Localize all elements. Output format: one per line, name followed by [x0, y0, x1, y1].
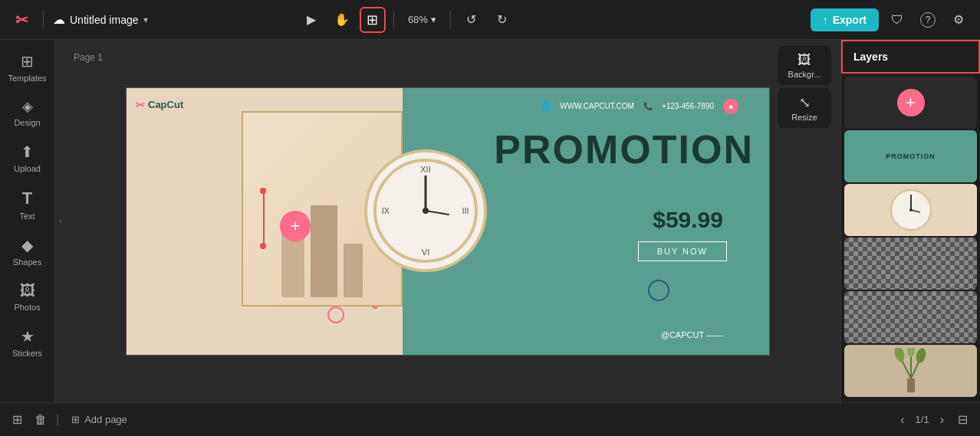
design-capcut-tag: @CAPCUT —— [661, 330, 723, 339]
zoom-value: 68% [408, 14, 428, 25]
design-add-btn[interactable]: + [280, 211, 311, 241]
layer-thumb-1: + [844, 77, 977, 129]
design-buy-btn: BUY NOW [638, 241, 727, 261]
sidebar-item-upload[interactable]: ⬆ Upload [3, 136, 52, 179]
doc-title-area[interactable]: ☁ Untitled image ▾ [53, 12, 148, 27]
sidebar-item-photos[interactable]: 🖼 Photos [3, 276, 52, 318]
layer-item-1[interactable]: + [844, 77, 977, 129]
design-logo-text: CapCut [148, 99, 183, 110]
layer-thumb-5 [844, 291, 977, 343]
svg-point-11 [909, 208, 913, 211]
sidebar-item-shapes[interactable]: ◆ Shapes [3, 230, 52, 273]
settings-icon: ⚙ [953, 12, 964, 27]
zoom-control[interactable]: 68% ▾ [402, 11, 442, 28]
zoom-dropdown-icon: ▾ [431, 14, 436, 25]
undo-btn[interactable]: ↺ [459, 7, 485, 33]
next-page-btn[interactable]: › [936, 411, 949, 428]
layers-list: + PROMOTION [841, 74, 980, 402]
design-price: $59.99 [653, 207, 723, 233]
stickers-icon: ★ [21, 327, 35, 346]
redo-btn[interactable]: ↻ [489, 7, 515, 33]
svg-point-16 [893, 348, 906, 362]
main-area: ⊞ Templates ◈ Design ⬆ Upload T Text ◆ S… [0, 40, 980, 402]
layer-item-5[interactable] [844, 291, 977, 343]
bottom-page-btn[interactable]: ⊞ [9, 409, 25, 430]
layer-thumb-2: PROMOTION [844, 130, 977, 182]
help-btn[interactable]: ? [916, 8, 940, 32]
canvas-area: Page 1 🖼 Backgr... ⤡ Resize ✂ CapCut [55, 40, 840, 402]
add-page-btn[interactable]: ⊞ Add page [65, 411, 133, 428]
settings-btn[interactable]: ⚙ [946, 8, 971, 32]
svg-text:XII: XII [420, 165, 430, 174]
sidebar-item-text[interactable]: T Text [3, 182, 52, 227]
bottom-separator: | [56, 413, 59, 427]
hand-tool-btn[interactable]: ✋ [329, 7, 355, 33]
resize-icon: ⤡ [799, 94, 811, 111]
social-icon: ● [723, 99, 738, 114]
frame-tool-btn[interactable]: ⊞ [360, 7, 386, 33]
photos-label: Photos [14, 303, 40, 312]
layer-item-3[interactable] [844, 184, 977, 236]
svg-text:III: III [462, 206, 469, 215]
bottom-trash-btn[interactable]: 🗑 [31, 410, 50, 430]
shield-icon: 🛡 [891, 13, 903, 27]
layer-thumb-6 [844, 345, 977, 397]
collapse-arrow-icon: ‹ [59, 217, 61, 225]
website-text: WWW.CAPCUT.COM [560, 102, 634, 110]
templates-label: Templates [8, 74, 46, 83]
shapes-label: Shapes [13, 257, 41, 267]
layer-item-4[interactable] [844, 238, 977, 290]
layers-panel: Layers + PROMOTION [840, 40, 980, 402]
svg-point-17 [914, 348, 927, 364]
layout-btn[interactable]: ⊟ [955, 409, 971, 430]
resize-handle [263, 188, 265, 249]
frame-icon: ⊞ [367, 11, 378, 28]
page-nav: ‹ 1/1 › ⊟ [896, 409, 971, 430]
design-canvas: ✂ CapCut 🌐 WWW.CAPCUT.COM 📞 +123-456-789… [126, 87, 770, 356]
export-icon: ↑ [823, 14, 828, 26]
website-icon: 🌐 [541, 102, 551, 110]
page-label: Page 1 [64, 46, 112, 69]
resize-btn[interactable]: ⤡ Resize [778, 88, 831, 128]
pointer-icon: ▶ [307, 12, 316, 27]
page-indicator: 1/1 [916, 414, 929, 425]
design-promotion-text: PROMOTION [494, 126, 754, 172]
templates-icon: ⊞ [21, 52, 34, 70]
hand-icon: ✋ [334, 12, 350, 27]
sidebar-item-templates[interactable]: ⊞ Templates [3, 46, 52, 89]
layer-thumb-4 [844, 238, 977, 290]
doc-title: Untitled image [70, 14, 139, 26]
svg-rect-12 [907, 379, 915, 392]
prev-page-btn[interactable]: ‹ [896, 411, 909, 428]
phone-text: +123-456-7890 [662, 102, 714, 110]
layer-item-6[interactable] [844, 345, 977, 397]
layer-item-2[interactable]: PROMOTION [844, 130, 977, 182]
photos-icon: 🖼 [20, 282, 35, 300]
resize-label: Resize [791, 113, 817, 122]
sidebar-collapse-btn[interactable]: ‹ [55, 206, 66, 237]
add-page-icon: ⊞ [71, 414, 80, 425]
pointer-tool-btn[interactable]: ▶ [298, 7, 324, 33]
shield-btn[interactable]: 🛡 [885, 8, 909, 32]
cloud-icon: ☁ [53, 12, 65, 27]
toolbar-right: ↑ Export 🛡 ? ⚙ [811, 8, 971, 32]
stickers-label: Stickers [12, 349, 42, 358]
background-btn[interactable]: 🖼 Backgr... [778, 46, 831, 85]
phone-icon: 📞 [643, 102, 653, 110]
undo-icon: ↺ [466, 12, 476, 27]
design-contact: 🌐 WWW.CAPCUT.COM 📞 +123-456-7890 ● [541, 99, 738, 114]
export-btn[interactable]: ↑ Export [811, 8, 879, 31]
toolbar-divider [43, 11, 44, 29]
prev-page-icon: ‹ [900, 413, 904, 426]
decorative-circle-dark [648, 280, 669, 301]
logo[interactable]: ✂ [9, 8, 34, 32]
svg-text:VI: VI [422, 248, 429, 257]
design-clock: XII III VI IX [364, 149, 487, 272]
layers-header: Layers [841, 40, 980, 74]
decorative-circle-2 [327, 307, 344, 323]
sidebar-item-design[interactable]: ◈ Design [3, 92, 52, 133]
design-label: Design [14, 118, 40, 127]
zoom-divider [450, 11, 451, 29]
layout-icon: ⊟ [958, 412, 968, 427]
sidebar-item-stickers[interactable]: ★ Stickers [3, 321, 52, 364]
